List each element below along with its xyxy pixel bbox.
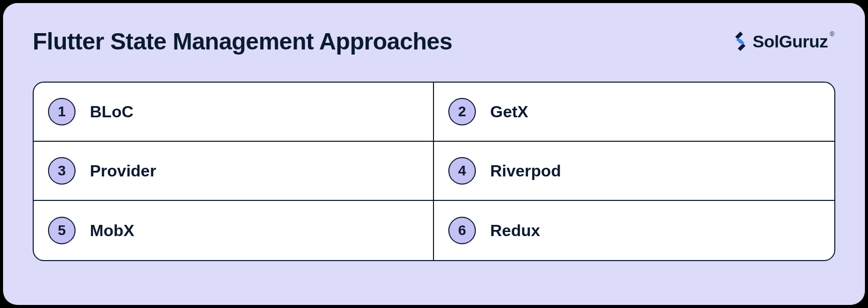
header: Flutter State Management Approaches SolG… <box>33 28 835 55</box>
brand-name: SolGuruz <box>753 32 828 52</box>
list-item: 4 Riverpod <box>434 142 834 201</box>
brand-logo: SolGuruz ® <box>731 31 835 52</box>
item-number-badge: 6 <box>448 217 476 244</box>
page-title: Flutter State Management Approaches <box>33 28 452 55</box>
item-number-badge: 3 <box>48 157 76 185</box>
item-number-badge: 5 <box>48 217 76 244</box>
main-card: Flutter State Management Approaches SolG… <box>3 3 865 305</box>
registered-mark: ® <box>830 31 834 38</box>
item-number-badge: 4 <box>448 157 476 185</box>
list-item: 5 MobX <box>34 201 434 260</box>
list-item: 2 GetX <box>434 83 834 142</box>
item-label: Provider <box>90 162 156 181</box>
list-item: 3 Provider <box>34 142 434 201</box>
item-label: GetX <box>490 102 528 121</box>
item-number-badge: 2 <box>448 98 476 125</box>
item-label: BLoC <box>90 102 133 121</box>
approaches-grid: 1 BLoC 2 GetX 3 Provider 4 Riverpod 5 Mo… <box>33 82 835 261</box>
list-item: 6 Redux <box>434 201 834 260</box>
logo-icon <box>731 31 750 52</box>
list-item: 1 BLoC <box>34 83 434 142</box>
item-label: Redux <box>490 221 540 240</box>
item-label: Riverpod <box>490 162 561 181</box>
item-label: MobX <box>90 221 134 240</box>
item-number-badge: 1 <box>48 98 76 125</box>
